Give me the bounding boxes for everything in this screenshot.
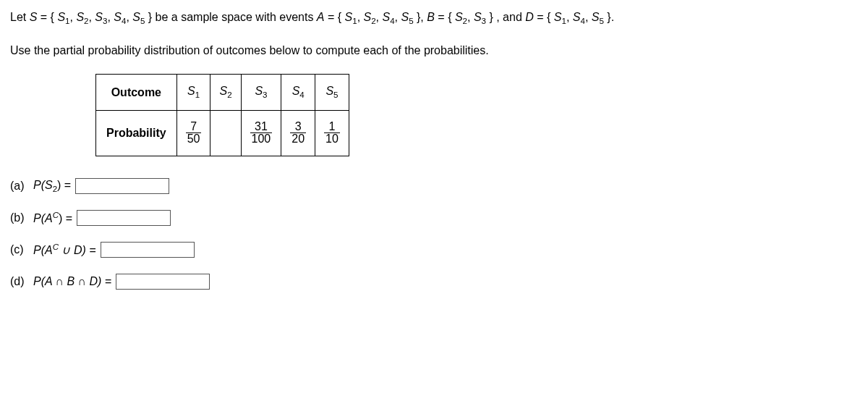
eq: = [534, 11, 547, 23]
sub: 4 [299, 91, 304, 100]
s1: S [57, 11, 65, 23]
probability-table-wrap: Outcome S1 S2 S3 S4 S5 Probability 750 3… [95, 74, 858, 156]
l: S [255, 85, 263, 97]
part-label: (a) [10, 180, 29, 193]
fraction: 110 [324, 121, 340, 146]
col-s2: S2 [210, 75, 241, 110]
sup: C [53, 243, 59, 251]
D: D [525, 11, 534, 23]
prompt-line-2: Use the partial probability distribution… [10, 42, 858, 59]
i: S [592, 11, 600, 23]
l: S [326, 85, 333, 97]
probability-table: Outcome S1 S2 S3 S4 S5 Probability 750 3… [95, 74, 349, 156]
sub: 5 [409, 17, 413, 25]
table-row: Outcome S1 S2 S3 S4 S5 [96, 75, 349, 110]
and: , and [496, 11, 525, 23]
answer-input-c[interactable] [101, 242, 195, 258]
t: P(A [33, 244, 53, 256]
eq: = [435, 11, 448, 23]
fraction: 31100 [250, 121, 273, 146]
i: S [554, 11, 562, 23]
col-s3: S3 [241, 75, 281, 110]
prob-s4: 320 [281, 110, 315, 156]
answer-input-d[interactable] [116, 274, 210, 290]
i: S [401, 11, 409, 23]
lb: { [547, 11, 550, 23]
i: S [455, 11, 463, 23]
prob-s3: 31100 [241, 110, 281, 156]
expr: P(AC) = [33, 211, 72, 225]
sub: 5 [333, 91, 338, 100]
prob-header: Probability [96, 110, 177, 156]
s3: S [95, 11, 103, 23]
lb: { [448, 11, 451, 23]
prob-s1: 750 [176, 110, 210, 156]
t: ) = [59, 212, 72, 224]
eq: = [325, 11, 338, 23]
t: ∪ D) = [59, 244, 96, 256]
t: S [45, 179, 53, 191]
prob-s2-blank [210, 110, 241, 156]
outcome-header: Outcome [96, 75, 177, 110]
denominator: 10 [324, 132, 340, 146]
prompt-line-1: Let S = { S1, S2, S3, S4, S5 } be a samp… [10, 9, 858, 28]
col-s5: S5 [315, 75, 349, 110]
c: , [126, 11, 132, 23]
c: , [88, 11, 95, 23]
c: , [585, 11, 592, 23]
sub: 5 [599, 17, 603, 25]
s4: S [114, 11, 122, 23]
i: S [345, 11, 353, 23]
expr: P(S2) = [33, 179, 71, 193]
lb: { [338, 11, 341, 23]
A: A [317, 11, 325, 23]
col-s1: S1 [176, 75, 210, 110]
question-c: (c) P(AC ∪ D) = [10, 242, 858, 258]
set-S: S [30, 11, 38, 23]
expr: P(A ∩ B ∩ D) = [33, 275, 111, 288]
denominator: 50 [186, 132, 202, 146]
i: S [382, 11, 390, 23]
sub: 1 [195, 91, 200, 100]
i: S [573, 11, 581, 23]
part-label: (c) [10, 243, 29, 256]
c: , [107, 11, 114, 23]
s2: S [76, 11, 84, 23]
part-label: (d) [10, 275, 29, 288]
prob-s5: 110 [315, 110, 349, 156]
question-b: (b) P(AC) = [10, 210, 858, 226]
txt: Let [10, 11, 30, 23]
txt: = { [41, 11, 54, 23]
question-d: (d) P(A ∩ B ∩ D) = [10, 274, 858, 290]
part-label: (b) [10, 211, 29, 224]
sub: 2 [227, 91, 231, 100]
numerator: 1 [324, 121, 340, 133]
i: S [364, 11, 372, 23]
c: , [420, 11, 427, 23]
answer-input-b[interactable] [77, 210, 171, 226]
i: S [474, 11, 482, 23]
s5: S [132, 11, 140, 23]
sup: C [53, 211, 59, 219]
txt: } be a sample space with events [148, 11, 317, 23]
p: . [611, 11, 614, 23]
sub: 5 [140, 17, 145, 25]
c: , [357, 11, 364, 23]
c: , [566, 11, 573, 23]
numerator: 3 [290, 121, 306, 133]
t: P( [33, 179, 45, 191]
fraction: 750 [186, 121, 202, 146]
B: B [427, 11, 435, 23]
l: S [219, 85, 227, 97]
rb: } [489, 11, 493, 23]
l: S [292, 85, 300, 97]
col-s4: S4 [281, 75, 315, 110]
expr: P(AC ∪ D) = [33, 243, 96, 257]
denominator: 20 [290, 132, 306, 146]
table-row: Probability 750 31100 320 110 [96, 110, 349, 156]
denominator: 100 [250, 132, 273, 146]
answer-input-a[interactable] [75, 178, 169, 194]
numerator: 31 [250, 121, 273, 133]
sub: 3 [263, 91, 267, 100]
sub: 3 [482, 17, 486, 25]
